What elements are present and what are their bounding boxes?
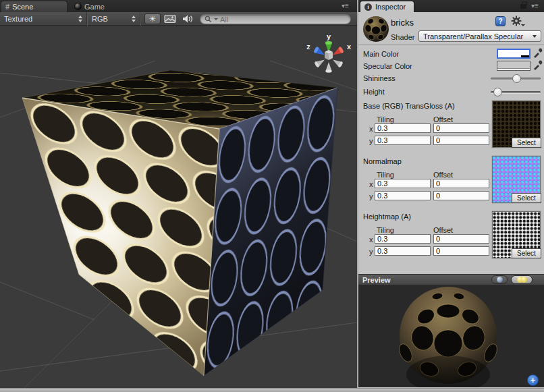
tiling-x-field[interactable] — [375, 234, 431, 244]
height-slider[interactable] — [491, 87, 541, 96]
render-mode-label: RGB — [92, 15, 126, 23]
eyedropper-icon[interactable] — [533, 47, 543, 59]
height-label: Height — [363, 88, 385, 96]
material-ball-icon — [362, 15, 390, 43]
draw-mode-dropdown[interactable]: Textured — [0, 12, 87, 26]
gear-icon — [511, 16, 522, 26]
help-button[interactable]: ? — [495, 16, 506, 26]
tab-inspector-label: Inspector — [375, 3, 406, 11]
lock-icon[interactable] — [520, 4, 526, 9]
normalmap-texture-thumbnail[interactable]: Select — [492, 156, 541, 203]
x-axis-label: x — [369, 125, 373, 133]
tiling-header: Tiling — [377, 171, 394, 179]
alpha-bar — [498, 55, 529, 57]
scene-panel: # Scene Game ▾≡ Textured RGB ☀ — [0, 0, 357, 388]
offset-header: Offset — [433, 171, 453, 179]
y-axis-label: y — [369, 248, 373, 256]
preview-sphere — [358, 285, 544, 387]
draw-mode-label: Textured — [4, 15, 73, 23]
section-title: Base (RGB) TransGloss (A) — [363, 102, 455, 110]
offset-y-field[interactable] — [433, 191, 489, 200]
specular-color-swatch[interactable] — [497, 61, 531, 71]
gizmo-y-label: y — [327, 32, 331, 40]
specular-color-label: Specular Color — [363, 62, 412, 70]
preview-sphere-button[interactable] — [491, 275, 508, 284]
select-texture-button[interactable]: Select — [512, 193, 541, 203]
material-header: bricks Shader Transparent/Parallax Specu… — [358, 12, 544, 45]
window-bottom-edge — [0, 388, 544, 392]
y-axis-label: y — [369, 137, 373, 145]
offset-y-field[interactable] — [433, 136, 489, 145]
sun-icon: ☀ — [149, 15, 157, 23]
render-mode-dropdown[interactable]: RGB — [88, 12, 140, 26]
chevron-down-icon — [533, 35, 537, 38]
tab-inspector[interactable]: i Inspector — [360, 1, 414, 12]
image-icon — [164, 14, 176, 24]
tab-scene[interactable]: # Scene — [1, 1, 67, 12]
scene-tabstrip: # Scene Game ▾≡ — [0, 0, 357, 12]
scene-toolbar: Textured RGB ☀ — [0, 12, 357, 26]
x-axis-label: x — [369, 180, 373, 188]
updown-arrows-icon — [78, 16, 82, 22]
settings-gear-button[interactable] — [511, 16, 524, 27]
preview-title: Preview — [362, 276, 391, 284]
heightmap-texture-thumbnail[interactable]: Select — [492, 211, 541, 258]
tiling-header: Tiling — [377, 226, 394, 234]
scene-panel-menu-icon[interactable]: ▾≡ — [342, 2, 349, 9]
alpha-bar — [497, 68, 530, 70]
x-axis-label: x — [369, 235, 373, 244]
scene-grid-icon: # — [5, 3, 9, 11]
offset-x-field[interactable] — [433, 179, 489, 188]
search-input[interactable] — [220, 16, 335, 24]
gizmo-x-label: x — [347, 43, 352, 51]
shininess-slider[interactable] — [491, 74, 541, 83]
light-icon — [521, 277, 527, 283]
tiling-x-field[interactable] — [375, 179, 431, 188]
tiling-y-field[interactable] — [375, 191, 431, 200]
tiling-y-field[interactable] — [375, 136, 431, 145]
main-color-swatch[interactable] — [497, 49, 531, 59]
section-title: Heightmap (A) — [363, 213, 411, 221]
material-preview-area[interactable]: + — [358, 285, 544, 387]
select-texture-button[interactable]: Select — [512, 248, 541, 258]
lighting-toggle-button[interactable]: ☀ — [144, 13, 161, 24]
offset-y-field[interactable] — [433, 246, 489, 256]
inspector-tabstrip: i Inspector ▾≡ — [358, 0, 544, 12]
shader-dropdown[interactable]: Transparent/Parallax Specular — [418, 30, 541, 42]
base-texture-thumbnail[interactable]: Select — [492, 101, 541, 148]
search-icon — [205, 16, 212, 23]
game-icon — [74, 3, 82, 10]
preview-lighting-button[interactable] — [511, 275, 533, 284]
audio-toggle-button[interactable] — [180, 13, 196, 24]
sphere-icon — [497, 277, 503, 283]
main-color-label: Main Color — [363, 50, 399, 58]
tab-game-label: Game — [84, 3, 105, 11]
inspector-panel: i Inspector ▾≡ — [358, 0, 544, 388]
add-button[interactable]: + — [527, 374, 539, 386]
tab-game[interactable]: Game — [70, 1, 117, 12]
updown-arrows-icon — [132, 16, 136, 22]
offset-x-field[interactable] — [433, 234, 489, 244]
gizmo-center-cube[interactable] — [325, 50, 333, 60]
speaker-icon — [182, 14, 194, 24]
scene-3d-view: y x z — [0, 26, 357, 388]
chevron-down-icon — [521, 24, 525, 26]
info-icon: i — [364, 3, 372, 11]
slider-handle[interactable] — [493, 88, 502, 96]
shader-value: Transparent/Parallax Specular — [423, 32, 523, 40]
slider-handle[interactable] — [512, 74, 521, 83]
select-texture-button[interactable]: Select — [512, 138, 541, 148]
tiling-y-field[interactable] — [375, 246, 431, 256]
offset-x-field[interactable] — [433, 123, 489, 133]
inspector-panel-menu-icon[interactable]: ▾≡ — [531, 2, 539, 9]
scene-search-field[interactable] — [200, 14, 351, 24]
material-name: bricks — [391, 18, 414, 28]
unity-editor-window: # Scene Game ▾≡ Textured RGB ☀ — [0, 0, 544, 392]
eyedropper-icon[interactable] — [533, 59, 543, 71]
tiling-x-field[interactable] — [375, 123, 431, 133]
scene-viewport[interactable]: y x z — [0, 26, 357, 388]
shader-label: Shader — [391, 33, 414, 41]
skybox-toggle-button[interactable] — [162, 13, 178, 24]
offset-header: Offset — [433, 226, 453, 234]
search-filter-caret-icon — [214, 18, 218, 20]
